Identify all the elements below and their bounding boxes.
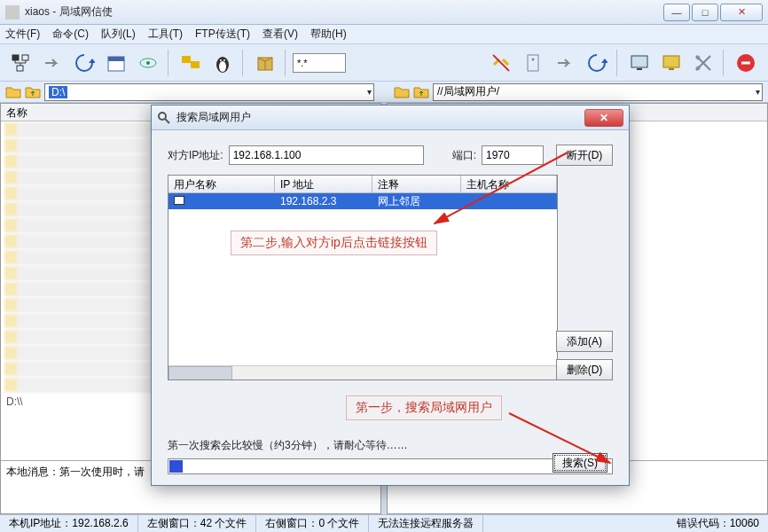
menu-ftp[interactable]: FTP传送(T) [195,27,250,42]
left-path-text: D:\ [49,86,67,98]
add-button[interactable]: 添加(A) [556,331,613,352]
window-title: xiaos - 局域网信使 [25,4,663,20]
dialog-close-button[interactable]: ✕ [584,109,623,127]
folder-up-icon-r[interactable] [413,85,429,99]
path-row: D:\ //局域网用户/ [0,82,768,103]
disconnect-button[interactable]: 断开(D) [556,145,613,166]
minimize-button[interactable]: — [663,4,690,21]
folder-icon-r[interactable] [394,85,410,99]
stop-icon[interactable] [731,48,761,78]
menu-file[interactable]: 文件(F) [5,27,40,42]
ip-label: 对方IP地址: [168,148,223,163]
progress-bar [168,458,613,474]
main-toolbar [0,44,768,82]
network-icon[interactable] [5,48,35,78]
eye-icon[interactable] [133,48,163,78]
right-path-text: //局域网用户/ [437,84,499,99]
menu-view[interactable]: 查看(V) [263,27,298,42]
svg-rect-19 [669,68,674,70]
svg-point-24 [159,113,166,120]
statusbar: 本机IP地址：192.168.2.6 左侧窗口：42 个文件 右侧窗口：0 个文… [0,514,768,532]
monitors-icon[interactable] [176,48,206,78]
col-host[interactable]: 主机名称 [461,176,557,192]
refresh-icon-2[interactable] [582,48,612,78]
maximize-button[interactable]: □ [692,4,718,21]
arrow-right-icon-2[interactable] [550,48,580,78]
delete-button[interactable]: 删除(D) [556,359,613,380]
table-row[interactable]: 192.168.2.3 网上邻居 [168,193,557,209]
svg-rect-16 [631,56,647,67]
status-ip: 本机IP地址：192.168.2.6 [0,515,138,532]
app-icon [5,5,20,20]
col-user[interactable]: 用户名称 [168,176,275,192]
search-icon [157,111,171,125]
search-dialog: 搜索局域网用户 ✕ 对方IP地址: 端口: 断开(D) 用户名称 IP 地址 注… [151,105,630,486]
svg-rect-17 [637,68,642,70]
filter-input[interactable] [293,53,346,73]
monitor-alt-icon[interactable] [656,48,686,78]
svg-point-11 [220,59,222,61]
left-path-combo[interactable]: D:\ [44,83,374,101]
penguin-icon[interactable] [208,48,238,78]
port-label: 端口: [452,148,476,163]
svg-point-10 [219,61,226,72]
col-ip[interactable]: IP 地址 [275,176,372,192]
ip-input[interactable] [229,145,424,165]
menubar: 文件(F) 命令(C) 队列(L) 工具(T) FTP传送(T) 查看(V) 帮… [0,25,768,44]
tip-step1: 第一步，搜索局域网用户 [346,395,502,420]
status-conn: 无法连接远程服务器 [369,515,483,532]
status-left-count: 左侧窗口：42 个文件 [138,515,257,532]
svg-point-12 [223,59,225,61]
dialog-title: 搜索局域网用户 [176,110,584,125]
left-msg-text: 本地消息：第一次使用时，请 [6,466,145,478]
menu-help[interactable]: 帮助(H) [310,27,347,42]
search-button[interactable]: 搜索(S) [552,453,607,473]
window-close-button[interactable]: ✕ [720,4,763,21]
main-titlebar: xiaos - 局域网信使 — □ ✕ [0,0,768,25]
box-icon[interactable] [250,48,280,78]
folder-up-icon[interactable] [25,85,41,99]
refresh-icon[interactable] [69,48,99,78]
svg-rect-7 [182,56,191,63]
col-note[interactable]: 注释 [372,176,461,192]
computer-icon [174,196,184,205]
tip-step2: 第二步,输入对方ip后点击链接按钮 [231,231,437,255]
progress-label: 第一次搜索会比较慢（约3分钟），请耐心等待…… [168,439,408,451]
svg-point-6 [146,61,150,65]
svg-rect-8 [191,61,200,68]
status-err: 错误代码：10060 [668,515,768,532]
menu-cmd[interactable]: 命令(C) [52,27,89,42]
svg-rect-2 [17,66,23,71]
disconnect-icon[interactable] [486,48,516,78]
user-table[interactable]: 用户名称 IP 地址 注释 主机名称 192.168.2.3 网上邻居 [168,175,558,380]
table-hscroll[interactable] [168,365,557,379]
svg-rect-18 [663,56,679,67]
table-header[interactable]: 用户名称 IP 地址 注释 主机名称 [168,176,557,193]
menu-queue[interactable]: 队列(L) [101,27,136,42]
svg-rect-0 [12,55,19,60]
calendar-icon[interactable] [101,48,131,78]
status-right-count: 右侧窗口：0 个文件 [256,515,369,532]
svg-rect-14 [528,55,538,71]
arrow-right-icon[interactable] [37,48,67,78]
menu-tools[interactable]: 工具(T) [148,27,183,42]
dialog-titlebar[interactable]: 搜索局域网用户 ✕ [152,106,629,130]
scissors-icon[interactable] [688,48,718,78]
monitor-icon[interactable] [624,48,654,78]
svg-point-15 [532,58,535,60]
svg-rect-1 [22,55,28,60]
svg-rect-23 [741,61,750,64]
right-path-combo[interactable]: //局域网用户/ [433,83,763,101]
port-input[interactable] [482,145,544,165]
folder-icon[interactable] [5,85,21,99]
svg-rect-4 [108,57,124,61]
server-icon[interactable] [518,48,548,78]
